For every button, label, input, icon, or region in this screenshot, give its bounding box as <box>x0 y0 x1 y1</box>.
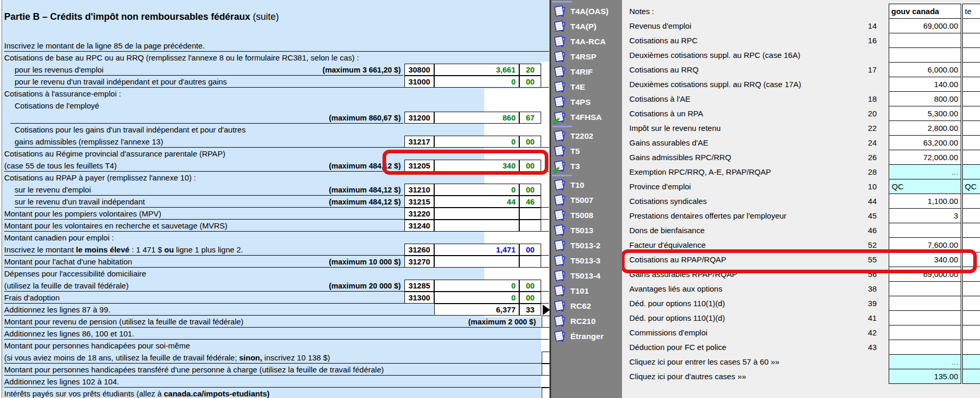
employer-column2-clipped[interactable] <box>962 33 980 48</box>
sidebar-item-t4a-oas-[interactable]: T4A(OAS) <box>551 4 622 19</box>
t4-box-value-16[interactable] <box>889 33 961 48</box>
amount-stub-field[interactable] <box>542 388 549 398</box>
amount-cents-31270[interactable] <box>519 256 541 268</box>
amount-cents-31220[interactable] <box>519 208 541 220</box>
employer-column2-clipped[interactable] <box>962 296 980 311</box>
amount-dollars-31217[interactable]: 0 <box>434 136 519 148</box>
sidebar-item-t4e[interactable]: T4E <box>551 79 622 94</box>
employer-column2-clipped[interactable] <box>962 267 980 282</box>
employer-column2-clipped[interactable]: QC <box>962 179 980 194</box>
amount-cents-31000[interactable]: 00 <box>519 76 541 88</box>
sidebar-item-t5013-3[interactable]: T5013-3 <box>551 253 622 268</box>
amount-stub-field[interactable] <box>542 352 549 364</box>
t4-box-value-45[interactable]: 3 <box>889 208 961 223</box>
amount-cents-31215[interactable]: 46 <box>519 196 541 208</box>
sidebar-item-t4ps[interactable]: T4PS <box>551 94 622 110</box>
employer-column2-clipped[interactable] <box>962 252 980 267</box>
employer-column2-clipped[interactable] <box>962 237 980 252</box>
t4-box-value-26[interactable]: 72,000.00 <box>889 150 961 165</box>
t4-box-value-17[interactable]: 6,000.00 <box>889 62 961 77</box>
employer-column2-clipped[interactable] <box>962 354 980 369</box>
t4-box-value-14[interactable]: 69,000.00 <box>889 18 961 33</box>
amount-cents-31217[interactable]: 00 <box>519 136 541 148</box>
sidebar-item-t5008[interactable]: T5008 <box>551 208 622 223</box>
employer-column2-clipped[interactable] <box>962 106 980 121</box>
sidebar-item-t101[interactable]: T101 <box>551 283 622 298</box>
t4-box-value-43[interactable] <box>889 340 961 355</box>
amount-dollars-31000[interactable]: 0 <box>434 76 519 88</box>
employer-column2-clipped[interactable] <box>962 62 980 77</box>
employer-column2-clipped[interactable] <box>962 18 980 33</box>
sidebar-item-t4a-rca[interactable]: T4A-RCA <box>551 34 622 49</box>
amount-cents-31210[interactable]: 00 <box>519 184 541 196</box>
amount-cents-31300[interactable]: 00 <box>519 292 541 304</box>
amount-cents-31285[interactable]: 00 <box>519 280 541 292</box>
t4-box-value-41[interactable] <box>889 310 961 325</box>
sidebar-item-t5013-4[interactable]: T5013-4 <box>551 268 622 283</box>
sidebar-item-rc210[interactable]: RC210 <box>551 313 622 329</box>
t4-box-value[interactable]: ... <box>889 354 961 369</box>
employer-column2-clipped[interactable] <box>962 120 980 136</box>
t4-box-value-55[interactable]: 340.00 <box>889 252 961 267</box>
amount-dollars-31285[interactable]: 0 <box>434 280 519 292</box>
sidebar-item-t5013-2[interactable]: T5013-2 <box>551 238 622 253</box>
sidebar-item-t5013[interactable]: T5013 <box>551 223 622 238</box>
t4-box-value-46[interactable] <box>889 223 961 238</box>
t4-box-value-28[interactable]: ... <box>889 164 961 179</box>
amount-stub-field[interactable] <box>542 316 549 328</box>
t4-box-value-24[interactable]: 63,200.00 <box>889 135 961 150</box>
t4-box-value-42[interactable] <box>889 325 961 340</box>
employer-column2-clipped[interactable] <box>962 310 980 325</box>
t4-box-value-22[interactable]: 2,800.00 <box>889 120 961 136</box>
amount-dollars-31220[interactable] <box>434 208 519 220</box>
employer-column2-clipped[interactable] <box>962 223 980 238</box>
t4-box-value-39[interactable] <box>889 296 961 311</box>
t4-box-value-18[interactable]: 800.00 <box>889 91 961 106</box>
sidebar-item-t2202[interactable]: T2202 <box>551 128 622 143</box>
employer-column2-clipped[interactable] <box>962 281 980 296</box>
amount-dollars-31200[interactable]: 860 <box>434 112 519 124</box>
amount-dollars-31260[interactable]: 1,471 <box>434 244 519 256</box>
amount-dollars-31240[interactable] <box>434 220 519 232</box>
employer-column2-clipped[interactable] <box>962 208 980 223</box>
amount-cents-31240[interactable] <box>519 220 541 232</box>
amount-dollars-30800[interactable]: 3,661 <box>434 64 519 76</box>
amount-dollars-31215[interactable]: 44 <box>434 196 519 208</box>
t4-box-value-20[interactable]: 5,300.00 <box>889 106 961 121</box>
t4-box-value[interactable] <box>889 47 961 63</box>
sidebar-item--tranger[interactable]: Étranger <box>551 329 622 344</box>
amount-dollars-31205[interactable]: 340 <box>434 160 519 172</box>
amount-dollars[interactable]: 6,377 <box>434 304 519 316</box>
employer-column2-clipped[interactable] <box>962 77 980 92</box>
amount-dollars-31210[interactable]: 0 <box>434 184 519 196</box>
employer-column2-clipped[interactable] <box>962 150 980 165</box>
open-more-boxes-link[interactable]: Cliquez ici pour entrer les cases 57 à 6… <box>629 357 780 366</box>
amount-cents[interactable]: 33 <box>519 304 541 316</box>
amount-dollars-31270[interactable] <box>434 256 519 268</box>
employer-column2-clipped[interactable] <box>962 325 980 340</box>
sidebar-item-t4fhsa[interactable]: ✔T4FHSA <box>551 110 622 125</box>
employer-column2-clipped[interactable] <box>962 47 980 63</box>
employer-column2-clipped[interactable] <box>962 135 980 150</box>
employer-column2-clipped[interactable] <box>962 194 980 209</box>
sidebar-item-t4rsp[interactable]: T4RSP <box>551 49 622 64</box>
t4-box-value-38[interactable] <box>889 281 961 296</box>
amount-cents-31260[interactable]: 00 <box>519 244 541 256</box>
t4-box-value-44[interactable]: 1,100.00 <box>889 194 961 209</box>
amount-stub-field[interactable] <box>542 364 549 376</box>
amount-cents-31200[interactable]: 67 <box>519 112 541 124</box>
employer-column2-clipped[interactable] <box>962 164 980 179</box>
amount-dollars-31300[interactable]: 0 <box>434 292 519 304</box>
sidebar-item-t5007[interactable]: T5007 <box>551 192 622 208</box>
sidebar-item-t5[interactable]: T5 <box>551 143 622 159</box>
sidebar-item-t4rif[interactable]: T4RIF <box>551 64 622 79</box>
sidebar-item-rc62[interactable]: RC62 <box>551 298 622 313</box>
employer-column2-clipped[interactable] <box>962 91 980 106</box>
t4-box-value[interactable]: 135.00 <box>889 369 961 384</box>
employer-column2-clipped[interactable] <box>962 369 980 384</box>
amount-cents-31205[interactable]: 00 <box>519 160 541 172</box>
employer-column2-clipped[interactable] <box>962 340 980 355</box>
t4-box-value[interactable]: 140.00 <box>889 77 961 92</box>
amount-cents-30800[interactable]: 20 <box>519 64 541 76</box>
t4-box-value-52[interactable]: 7,600.00 <box>889 237 961 252</box>
